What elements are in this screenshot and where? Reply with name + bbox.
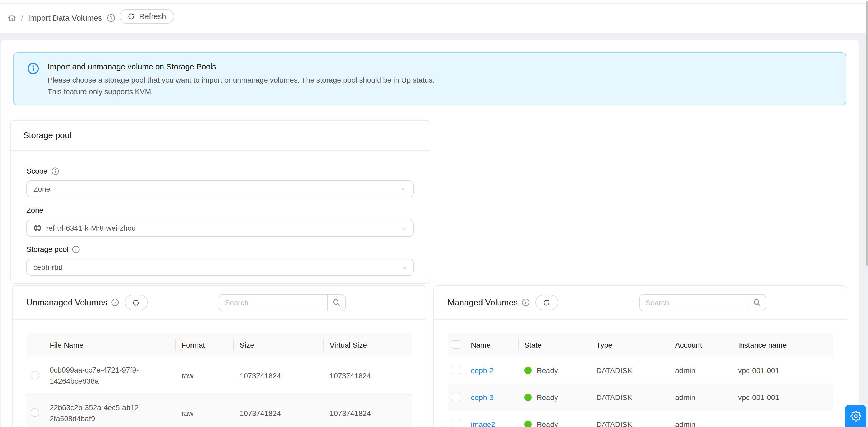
type-cell: DATADISK — [590, 384, 669, 411]
state-cell: Ready — [536, 393, 558, 402]
zone-label: Zone — [27, 206, 43, 214]
row-checkbox[interactable] — [452, 365, 460, 374]
pool-label-row: Storage pool — [27, 244, 414, 254]
managed-volumes-table: Name State Type Account Instance name ce… — [447, 333, 833, 427]
radio-column-header — [27, 333, 43, 357]
search-icon — [752, 298, 762, 307]
instance-name-cell — [732, 411, 833, 427]
select-all-column-header — [447, 333, 465, 357]
managed-card-header: Managed Volumes — [434, 286, 846, 319]
breadcrumb-separator: / — [21, 13, 23, 22]
storage-pool-card-header: Storage pool — [10, 121, 430, 151]
zone-select-value: ref-trl-6341-k-Mr8-wei-zhou — [46, 224, 136, 232]
breadcrumb-bar: / Import Data Volumes Refresh — [0, 0, 868, 33]
column-header-state: State — [518, 333, 590, 357]
virtual-size-cell: 1073741824 — [323, 357, 412, 394]
managed-search-button[interactable] — [748, 295, 766, 310]
table-header-row: Name State Type Account Instance name — [447, 333, 833, 357]
storage-pool-select-value: ceph-rbd — [33, 263, 63, 271]
format-cell: raw — [175, 394, 233, 427]
table-row: 22b63c2b-352a-4ec5-ab12-2fa508d4baf9 raw… — [27, 394, 412, 427]
type-cell: DATADISK — [590, 411, 669, 427]
unmanaged-card-title: Unmanaged Volumes — [27, 298, 107, 307]
column-header-size: Size — [233, 333, 323, 357]
table-row: 0cb099aa-cc7e-4721-97f9-14264bce838a raw… — [27, 357, 412, 394]
info-alert: Import and unmanage volume on Storage Po… — [13, 52, 846, 105]
column-header-name: Name — [465, 333, 518, 357]
refresh-button[interactable]: Refresh — [120, 9, 174, 24]
header-shadow — [0, 3, 868, 5]
unmanaged-search — [219, 294, 345, 311]
unmanaged-info-icon[interactable] — [111, 298, 119, 306]
question-circle-icon[interactable] — [107, 13, 115, 22]
managed-search — [639, 294, 766, 311]
account-cell: admin — [669, 411, 732, 427]
column-header-format: Format — [175, 333, 233, 357]
unmanaged-refresh-button[interactable] — [125, 295, 148, 310]
volume-name-link[interactable]: image2 — [471, 420, 495, 427]
account-cell: admin — [669, 384, 732, 411]
table-row: ceph-2 Ready DATADISK admin vpc-001-001 — [447, 357, 833, 384]
column-header-type: Type — [590, 333, 669, 357]
zone-select[interactable]: ref-trl-6341-k-Mr8-wei-zhou — [27, 220, 414, 237]
alert-description-line1: Please choose a storage pool that you wa… — [48, 74, 435, 86]
column-header-account: Account — [669, 333, 732, 357]
volume-name-link[interactable]: ceph-3 — [471, 393, 494, 402]
reload-icon — [543, 299, 550, 306]
storage-pool-card-title: Storage pool — [23, 131, 71, 140]
format-cell: raw — [175, 357, 233, 394]
breadcrumb: / Import Data Volumes — [7, 3, 115, 33]
info-circle-icon — [27, 62, 39, 74]
size-cell: 1073741824 — [233, 394, 323, 427]
instance-name-cell: vpc-001-001 — [732, 357, 833, 384]
gear-icon — [850, 410, 861, 422]
unmanaged-volumes-table: File Name Format Size Virtual Size 0cb09… — [27, 333, 412, 427]
row-radio[interactable] — [31, 408, 39, 417]
unmanaged-card-body: File Name Format Size Virtual Size 0cb09… — [13, 319, 426, 427]
column-header-virtual-size: Virtual Size — [323, 333, 412, 357]
table-header-row: File Name Format Size Virtual Size — [27, 333, 412, 357]
vertical-scrollbar-thumb[interactable] — [866, 1, 868, 266]
reload-icon — [132, 299, 140, 306]
row-radio[interactable] — [31, 371, 39, 379]
table-row: image2 Ready DATADISK admin — [447, 411, 833, 427]
select-all-checkbox[interactable] — [452, 340, 460, 348]
column-header-instance-name: Instance name — [732, 333, 833, 357]
pool-info-icon[interactable] — [72, 245, 80, 253]
storage-pool-card: Storage pool Scope Zone — [10, 120, 430, 284]
unmanaged-card-header: Unmanaged Volumes — [13, 286, 426, 319]
scope-info-icon[interactable] — [51, 167, 59, 175]
alert-text: Import and unmanage volume on Storage Po… — [48, 60, 435, 97]
pool-label: Storage pool — [27, 245, 68, 253]
home-icon[interactable] — [7, 13, 17, 22]
managed-refresh-button[interactable] — [535, 295, 558, 310]
refresh-button-label: Refresh — [139, 12, 166, 21]
chevron-down-icon — [401, 186, 407, 192]
unmanaged-search-button[interactable] — [327, 295, 345, 310]
managed-card-body: Name State Type Account Instance name ce… — [434, 319, 846, 427]
page: / Import Data Volumes Refresh — [0, 0, 868, 427]
status-dot — [524, 421, 532, 427]
virtual-size-cell: 1073741824 — [323, 394, 412, 427]
content-panel: Import and unmanage volume on Storage Po… — [1, 40, 859, 427]
managed-info-icon[interactable] — [521, 298, 529, 306]
volume-name-link[interactable]: ceph-2 — [471, 366, 494, 375]
status-dot — [524, 394, 532, 401]
unmanaged-search-input[interactable] — [219, 295, 327, 310]
state-cell: Ready — [536, 420, 558, 427]
scope-label: Scope — [27, 167, 48, 175]
breadcrumb-current-page: Import Data Volumes — [28, 13, 102, 22]
row-checkbox[interactable] — [452, 419, 460, 427]
state-cell: Ready — [536, 366, 558, 375]
instance-name-cell: vpc-001-001 — [732, 384, 833, 411]
settings-fab-button[interactable] — [845, 405, 866, 427]
scope-select[interactable]: Zone — [27, 180, 414, 197]
alert-title: Import and unmanage volume on Storage Po… — [48, 62, 435, 71]
managed-search-input[interactable] — [640, 295, 748, 310]
row-checkbox[interactable] — [452, 392, 460, 401]
alert-description-line2: This feature only supports KVM. — [48, 86, 435, 97]
storage-pool-card-body: Scope Zone Zone — [10, 151, 430, 276]
account-cell: admin — [669, 357, 732, 384]
chevron-down-icon — [401, 225, 407, 232]
storage-pool-select[interactable]: ceph-rbd — [27, 259, 414, 276]
